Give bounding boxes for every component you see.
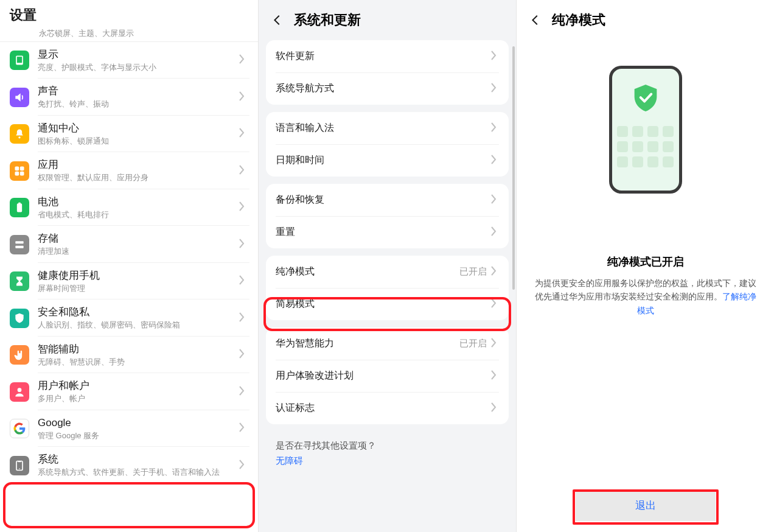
settings-item-title: 系统 bbox=[38, 453, 239, 467]
settings-item-title: 通知中心 bbox=[38, 122, 239, 136]
settings-item-user[interactable]: 用户和帐户多用户、帐户 bbox=[0, 373, 258, 410]
chevron-right-icon bbox=[490, 370, 501, 382]
settings-item-text: 应用权限管理、默认应用、应用分身 bbox=[38, 158, 239, 183]
settings-item-text: 显示亮度、护眼模式、字体与显示大小 bbox=[38, 48, 239, 72]
hand-icon bbox=[10, 345, 29, 365]
settings-title: 设置 bbox=[0, 0, 258, 28]
chevron-right-icon bbox=[239, 349, 253, 361]
settings-row[interactable]: 纯净模式已开启 bbox=[266, 256, 509, 288]
settings-row[interactable]: 认证标志 bbox=[266, 392, 509, 424]
settings-row[interactable]: 日期和时间 bbox=[266, 144, 509, 177]
settings-item-battery[interactable]: 电池省电模式、耗电排行 bbox=[0, 189, 258, 226]
settings-row[interactable]: 用户体验改进计划 bbox=[266, 360, 509, 392]
settings-item-text: 安全和隐私人脸识别、指纹、锁屏密码、密码保险箱 bbox=[38, 306, 239, 330]
svg-rect-4 bbox=[20, 166, 24, 170]
col3-header: 纯净模式 bbox=[517, 0, 774, 35]
chevron-right-icon bbox=[239, 422, 253, 435]
battery-icon bbox=[10, 198, 29, 217]
pure-mode-description: 为提供更安全的应用服务以保护您的权益，此模式下，建议优先通过华为应用市场安装经过… bbox=[534, 276, 757, 317]
settings-item-title: 应用 bbox=[38, 158, 239, 172]
back-icon[interactable] bbox=[529, 13, 546, 27]
chevron-right-icon bbox=[239, 128, 253, 140]
chevron-right-icon bbox=[490, 83, 501, 95]
row-label: 备份和恢复 bbox=[276, 194, 490, 206]
chevron-right-icon bbox=[239, 165, 253, 177]
settings-item-sub: 权限管理、默认应用、应用分身 bbox=[38, 172, 239, 183]
settings-item-shield[interactable]: 安全和隐私人脸识别、指纹、锁屏密码、密码保险箱 bbox=[0, 299, 258, 336]
settings-item-google[interactable]: Google管理 Google 服务 bbox=[0, 410, 258, 447]
chevron-right-icon bbox=[239, 275, 253, 287]
settings-item-sub: 管理 Google 服务 bbox=[38, 430, 239, 441]
settings-item-system[interactable]: 系统系统导航方式、软件更新、关于手机、语言和输入法 bbox=[0, 447, 258, 483]
row-value: 已开启 bbox=[459, 338, 487, 349]
settings-item-text: 通知中心图标角标、锁屏通知 bbox=[38, 122, 239, 146]
user-icon bbox=[10, 382, 29, 402]
settings-item-display[interactable]: 显示亮度、护眼模式、字体与显示大小 bbox=[0, 42, 258, 79]
settings-row[interactable]: 语言和输入法 bbox=[266, 112, 509, 144]
settings-item-sub: 屏幕时间管理 bbox=[38, 283, 239, 294]
row-label: 用户体验改进计划 bbox=[276, 369, 490, 382]
system-update-panel: 系统和更新 软件更新系统导航方式语言和输入法日期和时间备份和恢复重置纯净模式已开… bbox=[258, 0, 516, 532]
settings-item-apps[interactable]: 应用权限管理、默认应用、应用分身 bbox=[0, 152, 258, 189]
scrollbar[interactable] bbox=[512, 46, 515, 290]
apps-icon bbox=[10, 161, 29, 181]
settings-item-sub: 无障碍、智慧识屏、手势 bbox=[38, 357, 239, 368]
row-label: 纯净模式 bbox=[276, 265, 459, 278]
settings-row[interactable]: 系统导航方式 bbox=[266, 72, 509, 105]
settings-row[interactable]: 华为智慧能力已开启 bbox=[266, 327, 509, 360]
settings-item-sub: 省电模式、耗电排行 bbox=[38, 209, 239, 220]
svg-point-11 bbox=[18, 388, 22, 392]
display-icon bbox=[10, 51, 29, 70]
settings-item-sub: 亮度、护眼模式、字体与显示大小 bbox=[38, 62, 239, 73]
settings-row[interactable]: 软件更新 bbox=[266, 40, 509, 72]
settings-row[interactable]: 简易模式 bbox=[266, 288, 509, 320]
svg-rect-10 bbox=[15, 245, 23, 248]
chevron-right-icon bbox=[490, 155, 501, 167]
settings-item-title: 智能辅助 bbox=[38, 343, 239, 357]
svg-rect-8 bbox=[18, 203, 20, 205]
exit-button[interactable]: 退出 bbox=[576, 490, 716, 521]
bell-icon bbox=[10, 124, 29, 144]
system-icon bbox=[10, 456, 29, 475]
settings-item-hand[interactable]: 智能辅助无障碍、智慧识屏、手势 bbox=[0, 337, 258, 373]
settings-item-bell[interactable]: 通知中心图标角标、锁屏通知 bbox=[0, 116, 258, 152]
chevron-right-icon bbox=[239, 201, 253, 214]
app-grid-icon bbox=[617, 126, 674, 167]
hint-text: 是否在寻找其他设置项？ bbox=[266, 432, 509, 452]
settings-item-title: 存储 bbox=[38, 232, 239, 246]
chevron-right-icon bbox=[490, 226, 501, 239]
back-icon[interactable] bbox=[271, 13, 288, 27]
hint-accessibility-link[interactable]: 无障碍 bbox=[266, 452, 509, 467]
settings-item-text: 声音免打扰、铃声、振动 bbox=[38, 85, 239, 109]
settings-item-title: Google bbox=[38, 416, 239, 430]
chevron-right-icon bbox=[490, 122, 501, 135]
col2-header: 系统和更新 bbox=[259, 0, 516, 40]
svg-rect-1 bbox=[17, 57, 22, 63]
svg-rect-7 bbox=[17, 204, 22, 212]
settings-item-sub: 系统导航方式、软件更新、关于手机、语言和输入法 bbox=[38, 467, 239, 478]
svg-rect-5 bbox=[15, 172, 19, 176]
settings-item-hourglass[interactable]: 健康使用手机屏幕时间管理 bbox=[0, 263, 258, 299]
chevron-right-icon bbox=[239, 239, 253, 251]
hourglass-icon bbox=[10, 271, 29, 291]
row-label: 日期和时间 bbox=[276, 154, 490, 167]
shield-check-icon bbox=[632, 83, 659, 113]
sound-icon bbox=[10, 88, 29, 107]
svg-rect-9 bbox=[15, 241, 23, 243]
chevron-right-icon bbox=[490, 338, 501, 350]
col2-title: 系统和更新 bbox=[294, 11, 361, 29]
settings-item-text: 健康使用手机屏幕时间管理 bbox=[38, 269, 239, 293]
svg-rect-6 bbox=[20, 172, 24, 176]
settings-item-storage[interactable]: 存储清理加速 bbox=[0, 226, 258, 262]
chevron-right-icon bbox=[239, 386, 253, 398]
col2-body: 软件更新系统导航方式语言和输入法日期和时间备份和恢复重置纯净模式已开启简易模式华… bbox=[259, 40, 516, 530]
settings-item-text: 系统系统导航方式、软件更新、关于手机、语言和输入法 bbox=[38, 453, 239, 477]
col3-title: 纯净模式 bbox=[552, 11, 605, 29]
settings-item-sound[interactable]: 声音免打扰、铃声、振动 bbox=[0, 79, 258, 115]
chevron-right-icon bbox=[490, 298, 501, 310]
chevron-right-icon bbox=[239, 312, 253, 324]
settings-item-text: 存储清理加速 bbox=[38, 232, 239, 256]
settings-row[interactable]: 备份和恢复 bbox=[266, 184, 509, 216]
settings-item-sub: 图标角标、锁屏通知 bbox=[38, 136, 239, 147]
settings-row[interactable]: 重置 bbox=[266, 216, 509, 248]
